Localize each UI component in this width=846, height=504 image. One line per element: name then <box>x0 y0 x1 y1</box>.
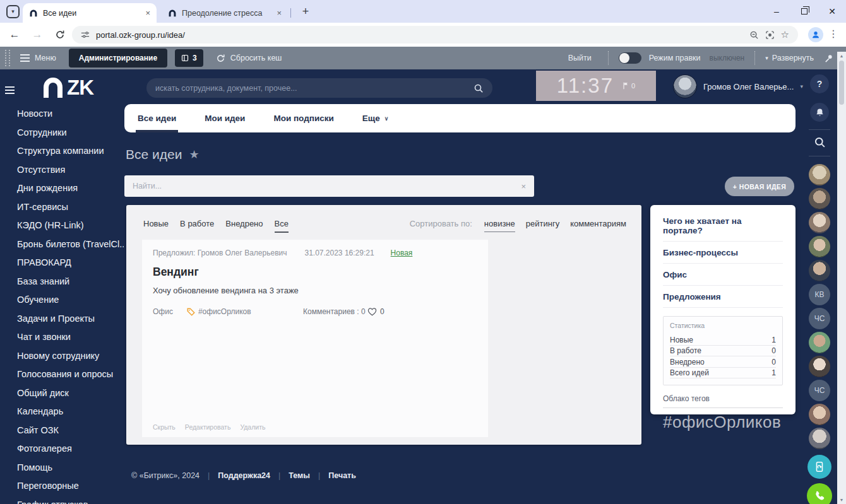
contact-avatar[interactable] <box>809 164 830 185</box>
toolbar-grip-icon[interactable] <box>5 50 10 66</box>
lens-icon[interactable] <box>765 30 775 40</box>
site-info-icon[interactable] <box>81 30 90 39</box>
sidebar-item[interactable]: Чат и звонки <box>0 328 124 347</box>
sidebar-item[interactable]: Общий диск <box>0 384 124 403</box>
favorite-star-icon[interactable]: ★ <box>189 148 199 161</box>
sidebar-item[interactable]: Новости <box>0 105 124 124</box>
expand-button[interactable]: ▾ Развернуть <box>765 54 814 62</box>
page-tab[interactable]: Еще <box>362 104 389 132</box>
browser-tab-inactive[interactable]: Преодоление стресса × <box>162 3 288 23</box>
contact-avatar[interactable] <box>809 236 830 257</box>
portal-menu-icon[interactable] <box>5 82 15 93</box>
contact-avatar[interactable] <box>809 188 830 209</box>
category-link[interactable]: Бизнес-процессы <box>663 242 783 264</box>
status-filter[interactable]: Новые <box>143 219 169 233</box>
category-link[interactable]: Офис <box>663 264 783 286</box>
sidebar-item[interactable]: Переговорные <box>0 477 124 496</box>
browser-menu-icon[interactable]: ⋮ <box>828 28 838 40</box>
pin-icon[interactable] <box>824 54 833 63</box>
sort-option[interactable]: новизне <box>484 219 515 232</box>
global-search-input[interactable] <box>155 84 474 93</box>
window-close-button[interactable]: ✕ <box>818 0 846 23</box>
help-button[interactable]: ? <box>810 74 829 93</box>
contact-avatar[interactable] <box>809 260 830 281</box>
admin-menu-button[interactable]: Меню <box>20 54 56 62</box>
page-scrollbar[interactable]: ▲ ▼ <box>837 52 846 504</box>
status-filter[interactable]: Внедрено <box>225 219 263 233</box>
sidebar-item[interactable]: Календарь <box>0 402 124 421</box>
sidebar-item[interactable]: Бронь билетов (TravelCl... <box>0 235 124 254</box>
ideas-search-input[interactable] <box>133 182 521 190</box>
contact-avatar[interactable] <box>809 428 830 449</box>
page-tab[interactable]: Все идеи <box>138 104 176 132</box>
notifications-bell-button[interactable] <box>810 103 829 122</box>
sidebar-item[interactable]: Дни рождения <box>0 179 124 198</box>
tag-cloud-tag[interactable]: #офисОрликов <box>663 413 783 432</box>
edit-mode-toggle[interactable] <box>619 52 641 64</box>
tab-close-icon[interactable]: × <box>277 8 282 18</box>
browser-tab-active[interactable]: Все идеи × <box>23 3 157 23</box>
rail-search-button[interactable] <box>814 136 826 148</box>
call-button[interactable] <box>807 483 832 504</box>
sidebar-item[interactable]: Задачи и Проекты <box>0 310 124 329</box>
notifications-badge-button[interactable]: 3 <box>175 49 203 67</box>
idea-action-link[interactable]: Редактировать <box>185 423 231 431</box>
page-tab[interactable]: Мои подписки <box>273 104 333 132</box>
idea-title[interactable]: Вендинг <box>153 266 477 279</box>
new-idea-button[interactable]: + НОВАЯ ИДЕЯ <box>725 177 794 196</box>
sidebar-item[interactable]: Фотогалерея <box>0 440 124 459</box>
sidebar-item[interactable]: Помощь <box>0 459 124 478</box>
forward-icon[interactable]: → <box>30 28 44 42</box>
administration-button[interactable]: Администрирование <box>69 49 167 67</box>
footer-link[interactable]: Печать <box>310 471 356 480</box>
status-filter[interactable]: В работе <box>180 219 214 233</box>
url-field[interactable]: portal.ozk-group.ru/idea/ ☆ <box>72 26 798 44</box>
logout-button[interactable]: Выйти <box>568 54 592 62</box>
contact-avatar[interactable] <box>809 212 830 233</box>
sidebar-item[interactable]: Голосования и опросы <box>0 365 124 384</box>
idea-status-badge[interactable]: Новая <box>391 249 413 257</box>
window-restore-button[interactable] <box>790 0 818 23</box>
sort-option[interactable]: рейтингу <box>526 219 559 232</box>
sidebar-item[interactable]: Отсутствия <box>0 161 124 180</box>
idea-card[interactable]: Предложил: Громов Олег Валерьевич 31.07.… <box>142 240 488 437</box>
status-filter[interactable]: Все <box>275 219 289 233</box>
new-tab-button[interactable]: + <box>298 4 313 19</box>
sidebar-item[interactable]: Сайт ОЗК <box>0 421 124 440</box>
contact-avatar[interactable]: ЧС <box>809 308 830 329</box>
reset-cache-button[interactable]: Сбросить кеш <box>216 54 282 63</box>
like-button[interactable]: 0 <box>367 307 384 316</box>
idea-action-link[interactable]: Удалить <box>240 423 265 431</box>
tab-close-icon[interactable]: × <box>145 8 150 18</box>
contact-avatar[interactable] <box>809 404 830 425</box>
mobile-app-button[interactable] <box>807 455 831 479</box>
sidebar-item[interactable]: График отпусков <box>0 496 124 504</box>
contact-avatar[interactable] <box>809 332 830 353</box>
browser-profile-icon[interactable] <box>808 27 823 42</box>
clear-icon[interactable]: × <box>521 182 526 191</box>
tab-search-chevron-icon[interactable]: ▾ <box>6 5 20 18</box>
page-tab[interactable]: Мои идеи <box>205 104 245 132</box>
sort-option[interactable]: комментариям <box>570 219 626 232</box>
clock-panel[interactable]: 11:37 0 <box>536 71 656 101</box>
sidebar-item[interactable]: ИТ-сервисы <box>0 198 124 217</box>
contact-avatar[interactable]: ЧС <box>809 380 830 401</box>
scroll-down-icon[interactable]: ▼ <box>840 498 844 502</box>
bookmark-star-icon[interactable]: ☆ <box>781 29 789 40</box>
reload-icon[interactable] <box>53 28 67 42</box>
user-menu[interactable]: Громов Олег Валерье... ▾ <box>673 74 803 98</box>
contact-avatar[interactable] <box>809 356 830 377</box>
idea-action-link[interactable]: Скрыть <box>153 423 176 431</box>
window-minimize-button[interactable]: – <box>763 0 790 23</box>
global-search[interactable] <box>146 78 492 98</box>
zoom-out-icon[interactable] <box>749 30 759 40</box>
category-link[interactable]: Предложения <box>663 286 783 308</box>
idea-tag[interactable]: #офисОрликов <box>198 307 251 316</box>
back-icon[interactable]: ← <box>8 28 21 42</box>
contact-avatar[interactable]: КВ <box>809 284 830 305</box>
idea-comments-count[interactable]: Комментариев : 0 <box>303 307 366 316</box>
scroll-up-icon[interactable]: ▲ <box>840 54 844 58</box>
sidebar-item[interactable]: Новому сотруднику <box>0 347 124 366</box>
scrollbar-thumb[interactable] <box>839 61 844 105</box>
idea-category[interactable]: Офис <box>153 307 173 316</box>
